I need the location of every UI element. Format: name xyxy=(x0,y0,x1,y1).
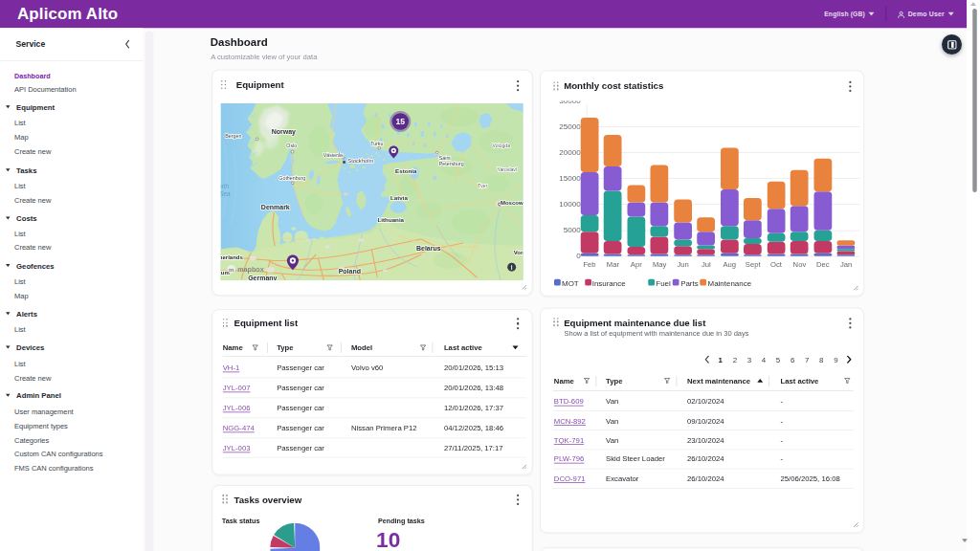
svg-text:mapbox: mapbox xyxy=(237,265,264,274)
svg-text:m: m xyxy=(229,266,234,272)
svg-text:Norway: Norway xyxy=(272,128,296,136)
svg-text:i: i xyxy=(511,263,513,270)
svg-text:Gothenburg: Gothenburg xyxy=(278,175,305,181)
svg-text:therlands: therlands xyxy=(220,254,243,260)
svg-text:Tver: Tver xyxy=(478,183,487,188)
svg-text:Petersburg: Petersburg xyxy=(439,161,464,166)
svg-text:North: North xyxy=(220,183,229,189)
svg-text:Denmark: Denmark xyxy=(261,204,290,210)
svg-text:Stockholm: Stockholm xyxy=(347,158,373,164)
svg-text:Germany: Germany xyxy=(248,275,277,280)
svg-text:Latvia: Latvia xyxy=(390,193,408,200)
svg-text:Vologda: Vologda xyxy=(493,143,511,148)
svg-text:Saint: Saint xyxy=(439,154,452,160)
svg-text:Lithuania: Lithuania xyxy=(378,216,405,223)
svg-text:Poland: Poland xyxy=(339,268,361,275)
svg-text:Voro: Voro xyxy=(514,250,523,255)
svg-text:15: 15 xyxy=(396,117,406,126)
svg-text:Moscow: Moscow xyxy=(501,200,523,206)
svg-text:Belarus: Belarus xyxy=(416,245,441,252)
svg-text:Estonia: Estonia xyxy=(395,167,417,174)
svg-text:Turku: Turku xyxy=(370,141,383,146)
svg-text:Sea: Sea xyxy=(220,189,231,196)
svg-text:Yaroslavl: Yaroslavl xyxy=(498,166,518,172)
svg-text:Bergen: Bergen xyxy=(225,133,241,139)
svg-text:Västerås: Västerås xyxy=(323,152,344,158)
svg-text:Oslo: Oslo xyxy=(286,143,297,148)
